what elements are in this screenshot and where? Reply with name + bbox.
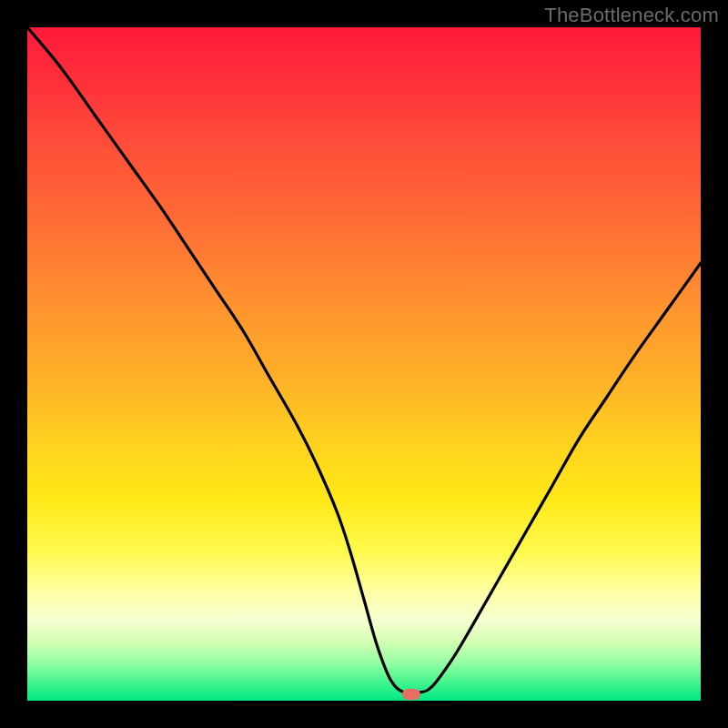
watermark-label: TheBottleneck.com xyxy=(544,4,719,27)
chart-frame: TheBottleneck.com xyxy=(0,0,728,728)
bottleneck-curve xyxy=(27,27,701,701)
curve-path xyxy=(27,27,701,693)
bottleneck-marker xyxy=(402,689,420,700)
plot-area xyxy=(27,27,701,701)
